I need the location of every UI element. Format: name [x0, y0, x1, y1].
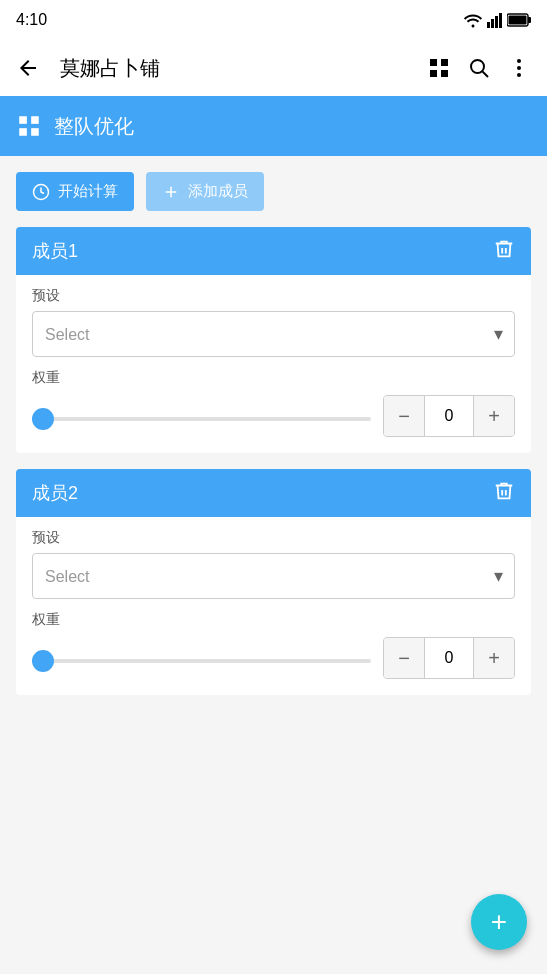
svg-point-14 — [517, 66, 521, 70]
weight-label-1: 权重 — [32, 369, 515, 387]
weight-label-2: 权重 — [32, 611, 515, 629]
svg-rect-10 — [441, 70, 448, 77]
fab-add-button[interactable]: + — [471, 894, 527, 950]
stepper-decrease-2[interactable]: − — [384, 638, 424, 678]
svg-rect-9 — [430, 70, 437, 77]
battery-icon — [507, 13, 531, 27]
status-time: 4:10 — [16, 11, 47, 29]
svg-line-12 — [483, 72, 489, 78]
member-body-2: 预设 Select ▾ 权重 − + — [16, 517, 531, 695]
stepper-decrease-1[interactable]: − — [384, 396, 424, 436]
weight-row-1: − + — [32, 395, 515, 437]
member-body-1: 预设 Select ▾ 权重 − + — [16, 275, 531, 453]
action-row: 开始计算 添加成员 — [16, 172, 531, 211]
back-button[interactable] — [8, 48, 48, 88]
member-header-2: 成员2 — [16, 469, 531, 517]
grid-button[interactable] — [419, 48, 459, 88]
stepper-1: − + — [383, 395, 515, 437]
svg-point-11 — [471, 60, 484, 73]
content-area: 开始计算 添加成员 成员1 预设 — [0, 156, 547, 974]
more-button[interactable] — [499, 48, 539, 88]
slider-wrapper-1 — [32, 407, 371, 425]
svg-rect-17 — [31, 116, 39, 124]
svg-rect-2 — [495, 16, 498, 28]
svg-rect-6 — [509, 16, 527, 25]
stepper-value-1[interactable] — [424, 396, 474, 436]
preset-label-1: 预设 — [32, 287, 515, 305]
start-calc-button[interactable]: 开始计算 — [16, 172, 134, 211]
fab-plus-icon: + — [491, 908, 507, 936]
delete-member-1-button[interactable] — [493, 238, 515, 265]
member-name-2: 成员2 — [32, 481, 78, 505]
svg-rect-7 — [430, 59, 437, 66]
weight-slider-1[interactable] — [32, 417, 371, 421]
calc-icon — [32, 183, 50, 201]
weight-row-2: − + — [32, 637, 515, 679]
svg-rect-18 — [19, 128, 27, 136]
app-bar-actions — [419, 48, 539, 88]
preset-select-1[interactable]: Select — [32, 311, 515, 357]
add-member-icon — [162, 183, 180, 201]
trash-icon-1 — [493, 238, 515, 260]
member-header-1: 成员1 — [16, 227, 531, 275]
stepper-2: − + — [383, 637, 515, 679]
app-bar: 莫娜占卜铺 — [0, 40, 547, 96]
svg-point-13 — [517, 59, 521, 63]
delete-member-2-button[interactable] — [493, 480, 515, 507]
stepper-value-2[interactable] — [424, 638, 474, 678]
grid-icon — [427, 56, 451, 80]
preset-label-2: 预设 — [32, 529, 515, 547]
signal-icon — [487, 12, 503, 28]
wifi-icon — [463, 12, 483, 28]
status-icons — [463, 12, 531, 28]
add-member-label: 添加成员 — [188, 182, 248, 201]
search-icon — [467, 56, 491, 80]
app-bar-title: 莫娜占卜铺 — [56, 55, 411, 82]
preset-select-wrapper-1: Select ▾ — [32, 311, 515, 357]
member-name-1: 成员1 — [32, 239, 78, 263]
preset-select-wrapper-2: Select ▾ — [32, 553, 515, 599]
trash-icon-2 — [493, 480, 515, 502]
svg-rect-1 — [491, 19, 494, 28]
section-grid-icon — [16, 113, 42, 139]
svg-rect-3 — [499, 13, 502, 28]
section-header: 整队优化 — [0, 96, 547, 156]
svg-point-15 — [517, 73, 521, 77]
section-title: 整队优化 — [54, 113, 134, 140]
status-bar: 4:10 — [0, 0, 547, 40]
more-icon — [507, 56, 531, 80]
member-card-1: 成员1 预设 Select ▾ 权重 — [16, 227, 531, 453]
start-calc-label: 开始计算 — [58, 182, 118, 201]
svg-rect-8 — [441, 59, 448, 66]
search-button[interactable] — [459, 48, 499, 88]
svg-rect-16 — [19, 116, 27, 124]
stepper-increase-1[interactable]: + — [474, 396, 514, 436]
back-icon — [16, 56, 40, 80]
svg-rect-5 — [528, 17, 531, 23]
stepper-increase-2[interactable]: + — [474, 638, 514, 678]
add-member-button[interactable]: 添加成员 — [146, 172, 264, 211]
svg-rect-0 — [487, 22, 490, 28]
svg-rect-19 — [31, 128, 39, 136]
slider-wrapper-2 — [32, 649, 371, 667]
member-card-2: 成员2 预设 Select ▾ 权重 — [16, 469, 531, 695]
preset-select-2[interactable]: Select — [32, 553, 515, 599]
weight-slider-2[interactable] — [32, 659, 371, 663]
